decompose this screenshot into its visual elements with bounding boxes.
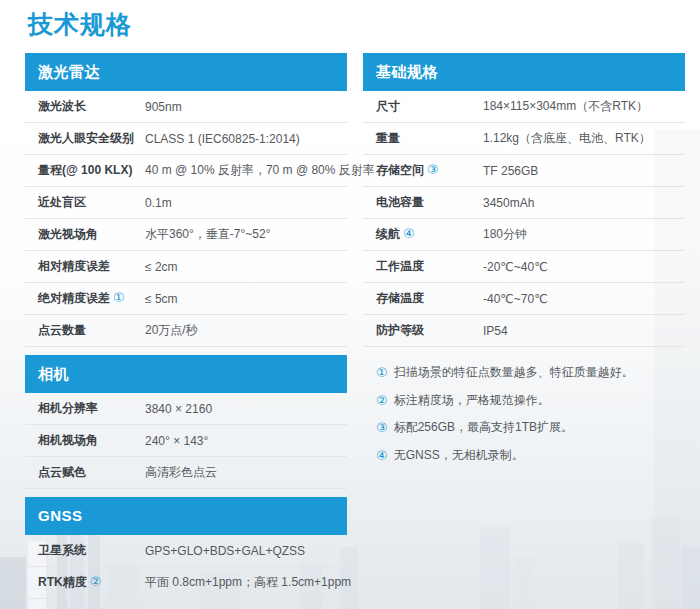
spec-label: 相对精度误差	[38, 258, 145, 275]
spec-label-text: 激光视场角	[38, 227, 98, 241]
spec-page: 技术规格 激光雷达激光波长905nm激光人眼安全级别CLASS 1 (IEC60…	[0, 0, 700, 599]
spec-label: RTK精度②	[38, 574, 145, 591]
footnote-item: ①扫描场景的特征点数量越多、特征质量越好。	[376, 365, 685, 381]
spec-label-text: 量程(@ 100 KLX)	[38, 163, 132, 177]
spec-label-text: 工作温度	[376, 259, 424, 273]
footnote-text: 无GNSS，无相机录制。	[394, 448, 524, 462]
spec-row: 续航④180分钟	[363, 219, 685, 251]
spec-row: 存储空间③TF 256GB	[363, 155, 685, 187]
spec-label: 电池容量	[376, 194, 483, 211]
spec-label-text: 近处盲区	[38, 195, 86, 209]
spec-row: 量程(@ 100 KLX)40 m @ 10% 反射率，70 m @ 80% 反…	[25, 155, 347, 187]
section-header: 激光雷达	[25, 53, 347, 91]
spec-label-text: 防护等级	[376, 323, 424, 337]
spec-label: 相机视场角	[38, 432, 145, 449]
spec-row: 存储温度-40℃~70℃	[363, 283, 685, 315]
spec-label-text: 点云数量	[38, 323, 86, 337]
spec-value: 20万点/秒	[145, 322, 347, 339]
spec-label: 近处盲区	[38, 194, 145, 211]
spec-value: ≤ 5cm	[145, 292, 347, 306]
spec-row: 点云赋色高清彩色点云	[25, 457, 347, 489]
spec-row: 近处盲区0.1m	[25, 187, 347, 219]
spec-label-text: 电池容量	[376, 195, 424, 209]
footnote-ref-marker: ②	[90, 574, 102, 589]
spec-label: 激光视场角	[38, 226, 145, 243]
spec-row: 相机分辨率3840 × 2160	[25, 393, 347, 425]
spec-label: 绝对精度误差①	[38, 290, 145, 307]
spec-value: ≤ 2cm	[145, 260, 347, 274]
spec-row: 激光人眼安全级别CLASS 1 (IEC60825-1:2014)	[25, 123, 347, 155]
spec-value: 水平360°，垂直-7°~52°	[145, 226, 347, 243]
spec-label-text: 续航	[376, 227, 400, 241]
spec-row: 激光波长905nm	[25, 91, 347, 123]
spec-label: 工作温度	[376, 258, 483, 275]
spec-row: 点云数量20万点/秒	[25, 315, 347, 347]
footnote-item: ③标配256GB，最高支持1TB扩展。	[376, 420, 685, 436]
spec-label: 重量	[376, 130, 483, 147]
footnote-text: 扫描场景的特征点数量越多、特征质量越好。	[394, 365, 634, 379]
spec-label: 量程(@ 100 KLX)	[38, 162, 145, 179]
spec-label: 激光波长	[38, 98, 145, 115]
spec-label: 存储空间③	[376, 162, 483, 179]
section-header: 基础规格	[363, 53, 685, 91]
spec-value: 240° × 143°	[145, 434, 347, 448]
footnote-marker: ②	[376, 393, 388, 409]
spec-label-text: 存储空间	[376, 163, 424, 177]
spec-value: -20℃~40℃	[483, 260, 685, 274]
spec-label: 防护等级	[376, 322, 483, 339]
section-header: GNSS	[25, 497, 347, 535]
spec-value: 3840 × 2160	[145, 402, 347, 416]
spec-columns: 激光雷达激光波长905nm激光人眼安全级别CLASS 1 (IEC60825-1…	[25, 53, 685, 599]
footnote-marker: ④	[376, 448, 388, 464]
footnote-ref-marker: ④	[403, 226, 415, 241]
spec-value: -40℃~70℃	[483, 292, 685, 306]
spec-row: RTK精度②平面 0.8cm+1ppm；高程 1.5cm+1ppm	[25, 567, 347, 599]
spec-value: IP54	[483, 324, 685, 338]
footnote-text: 标配256GB，最高支持1TB扩展。	[394, 420, 573, 434]
spec-row: 尺寸184×115×304mm（不含RTK）	[363, 91, 685, 123]
spec-value: 40 m @ 10% 反射率，70 m @ 80% 反射率	[145, 162, 375, 179]
spec-value: GPS+GLO+BDS+GAL+QZSS	[145, 544, 347, 558]
spec-label: 相机分辨率	[38, 400, 145, 417]
footnote-item: ②标注精度场，严格规范操作。	[376, 393, 685, 409]
spec-label: 点云赋色	[38, 464, 145, 481]
spec-row: 工作温度-20℃~40℃	[363, 251, 685, 283]
left-column: 激光雷达激光波长905nm激光人眼安全级别CLASS 1 (IEC60825-1…	[25, 53, 347, 599]
spec-label-text: 卫星系统	[38, 543, 86, 557]
footnote-item: ④无GNSS，无相机录制。	[376, 448, 685, 464]
spec-row: 重量1.12kg（含底座、电池、RTK）	[363, 123, 685, 155]
spec-label-text: 激光人眼安全级别	[38, 131, 134, 145]
spec-label: 续航④	[376, 226, 483, 243]
spec-label-text: 尺寸	[376, 99, 400, 113]
spec-row: 防护等级IP54	[363, 315, 685, 347]
footnote-ref-marker: ③	[427, 162, 439, 177]
spec-row: 相对精度误差≤ 2cm	[25, 251, 347, 283]
spec-value: CLASS 1 (IEC60825-1:2014)	[145, 132, 347, 146]
spec-value: 184×115×304mm（不含RTK）	[483, 98, 685, 115]
spec-row: 电池容量3450mAh	[363, 187, 685, 219]
spec-row: 相机视场角240° × 143°	[25, 425, 347, 457]
spec-value: TF 256GB	[483, 164, 685, 178]
spec-label: 激光人眼安全级别	[38, 130, 145, 147]
footnote-marker: ①	[376, 365, 388, 381]
spec-label-text: 绝对精度误差	[38, 291, 110, 305]
spec-label-text: 相机分辨率	[38, 401, 98, 415]
spec-value: 180分钟	[483, 226, 685, 243]
spec-value: 高清彩色点云	[145, 464, 347, 481]
spec-row: 卫星系统GPS+GLO+BDS+GAL+QZSS	[25, 535, 347, 567]
spec-label: 尺寸	[376, 98, 483, 115]
spec-label-text: 相对精度误差	[38, 259, 110, 273]
footnotes-list: ①扫描场景的特征点数量越多、特征质量越好。②标注精度场，严格规范操作。③标配25…	[363, 365, 685, 463]
spec-value: 905nm	[145, 100, 347, 114]
spec-value: 3450mAh	[483, 196, 685, 210]
spec-label-text: 相机视场角	[38, 433, 98, 447]
page-title: 技术规格	[28, 8, 700, 41]
footnote-marker: ③	[376, 420, 388, 436]
spec-label-text: 点云赋色	[38, 465, 86, 479]
spec-label-text: 存储温度	[376, 291, 424, 305]
spec-label-text: 激光波长	[38, 99, 86, 113]
spec-label: 卫星系统	[38, 542, 145, 559]
footnote-ref-marker: ①	[113, 290, 125, 305]
section-header: 相机	[25, 355, 347, 393]
spec-label-text: RTK精度	[38, 575, 87, 589]
